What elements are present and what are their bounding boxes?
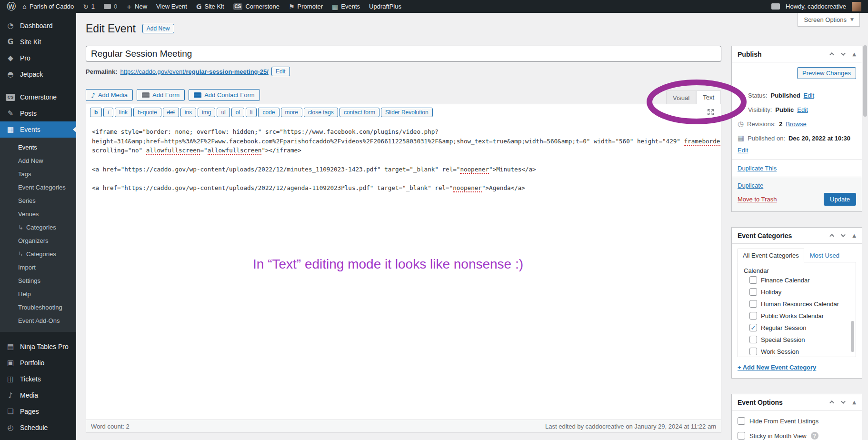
event-title-input[interactable] xyxy=(86,46,721,62)
submenu-item-organizers[interactable]: Organizers xyxy=(0,234,76,247)
edit-permalink-button[interactable]: Edit xyxy=(271,67,290,76)
quicktag-slider-revolution-button[interactable]: Slider Revolution xyxy=(381,108,433,117)
quicktag-close-tags-button[interactable]: close tags xyxy=(304,108,338,117)
duplicate-link[interactable]: Duplicate xyxy=(738,182,763,189)
tab-text[interactable]: Text xyxy=(696,90,721,104)
preview-changes-button[interactable]: Preview Changes xyxy=(797,67,856,79)
submenu-item-settings[interactable]: Settings xyxy=(0,274,76,287)
quicktag-link-button[interactable]: link xyxy=(115,108,132,117)
checkbox-regular-session[interactable] xyxy=(749,324,757,331)
submenu-item-tags[interactable]: Tags xyxy=(0,167,76,180)
admin-bar-promoter[interactable]: ⚑ Promoter xyxy=(289,3,323,10)
submenu-item-categories[interactable]: ↳Categories xyxy=(0,247,76,260)
move-down-icon[interactable] xyxy=(841,399,846,404)
quicktag-more-button[interactable]: more xyxy=(281,108,302,117)
move-down-icon[interactable] xyxy=(841,51,846,56)
sidebar-item-events[interactable]: ▦Events xyxy=(0,121,76,138)
admin-bar-updraftplus[interactable]: UpdraftPlus xyxy=(369,3,401,10)
move-up-icon[interactable] xyxy=(829,52,834,57)
move-up-icon[interactable] xyxy=(829,234,834,239)
checkbox-special-session[interactable] xyxy=(749,336,757,343)
sidebar-item-cornerstone[interactable]: CSCornerstone xyxy=(0,89,76,105)
add-media-button[interactable]: ♪ Add Media xyxy=(86,89,133,101)
howdy-label[interactable]: Howdy, caddocreative xyxy=(786,3,846,10)
quicktag-contact-form-button[interactable]: contact form xyxy=(339,108,379,117)
quicktag-li-button[interactable]: li xyxy=(246,108,257,117)
help-icon[interactable]: ? xyxy=(811,432,818,440)
update-button[interactable]: Update xyxy=(824,193,856,206)
admin-bar-view-event[interactable]: View Event xyxy=(156,3,187,10)
collapse-panel-icon[interactable]: ▲ xyxy=(852,400,856,405)
edit-published-link[interactable]: Edit xyxy=(738,146,748,155)
admin-bar-site-name[interactable]: ⌂ Parish of Caddo xyxy=(22,3,74,10)
user-avatar[interactable] xyxy=(852,2,861,11)
submenu-item-troubleshooting[interactable]: Troubleshooting xyxy=(0,300,76,314)
tab-visual[interactable]: Visual xyxy=(666,90,696,104)
submenu-item-help[interactable]: Help xyxy=(0,287,76,300)
admin-bar-events[interactable]: ▦ Events xyxy=(332,3,360,10)
tab-all-event-categories[interactable]: All Event Categories xyxy=(738,249,804,262)
checkbox-finance-calendar[interactable] xyxy=(749,276,757,284)
duplicate-this-link[interactable]: Duplicate This xyxy=(738,165,777,172)
quicktag-b-button[interactable]: b xyxy=(90,108,102,117)
move-down-icon[interactable] xyxy=(841,232,846,237)
notifications-bubble-icon[interactable] xyxy=(771,3,780,10)
submenu-item-add-new[interactable]: Add New xyxy=(0,154,76,167)
collapse-panel-icon[interactable]: ▲ xyxy=(852,233,856,238)
wordpress-logo-icon[interactable]: Ⓦ xyxy=(7,0,16,13)
quicktag-del-button[interactable]: del xyxy=(163,108,179,117)
text-editor-textarea[interactable]: <iframe style="border: none; overflow: h… xyxy=(86,120,721,420)
admin-bar-comments[interactable]: 0 xyxy=(104,3,117,10)
add-new-button[interactable]: Add New xyxy=(142,24,174,33)
fullscreen-icon[interactable] xyxy=(707,109,714,118)
submenu-item-categories[interactable]: ↳Categories xyxy=(0,220,76,234)
admin-bar-updates[interactable]: ↻ 1 xyxy=(83,3,95,10)
sidebar-item-ninja-tables-pro[interactable]: ▤Ninja Tables Pro xyxy=(0,339,76,355)
permalink-link[interactable]: https://caddo.gov/event/regular-session-… xyxy=(120,68,268,75)
checkbox-holiday[interactable] xyxy=(749,288,757,296)
checkbox-hide-from-event-listings[interactable] xyxy=(738,417,745,425)
admin-bar-cornerstone[interactable]: CS Cornerstone xyxy=(233,3,279,10)
browse-revisions-link[interactable]: Browse xyxy=(786,120,806,129)
checkbox-human-resources-calendar[interactable] xyxy=(749,300,757,308)
submenu-item-import[interactable]: Import xyxy=(0,260,76,274)
add-form-button[interactable]: Add Form xyxy=(137,89,185,101)
quicktag-i-button[interactable]: i xyxy=(103,108,113,117)
sidebar-item-dashboard[interactable]: ◔Dashboard xyxy=(0,18,76,34)
admin-bar-site-kit[interactable]: G Site Kit xyxy=(196,3,224,10)
submenu-item-events[interactable]: Events xyxy=(0,140,76,154)
quicktag-ins-button[interactable]: ins xyxy=(180,108,196,117)
sidebar-item-jetpack[interactable]: ◓Jetpack xyxy=(0,66,76,82)
quicktag-img-button[interactable]: img xyxy=(198,108,215,117)
submenu-item-event-categories[interactable]: Event Categories xyxy=(0,180,76,194)
quicktag-ol-button[interactable]: ol xyxy=(231,108,244,117)
tab-most-used[interactable]: Most Used xyxy=(804,249,845,262)
screen-options-toggle[interactable]: Screen Options ▼ xyxy=(798,13,860,27)
category-list-scrollbar[interactable] xyxy=(851,321,854,352)
submenu-item-series[interactable]: Series xyxy=(0,194,76,207)
move-to-trash-link[interactable]: Move to Trash xyxy=(738,196,777,203)
quicktag-b-quote-button[interactable]: b-quote xyxy=(133,108,161,117)
checkbox-sticky-in-month-view[interactable] xyxy=(738,432,745,440)
submenu-item-venues[interactable]: Venues xyxy=(0,207,76,220)
submenu-item-event-add-ons[interactable]: Event Add-Ons xyxy=(0,314,76,327)
page-scrollbar[interactable] xyxy=(863,45,867,117)
sidebar-item-media[interactable]: ♪Media xyxy=(0,387,76,403)
sidebar-item-portfolio[interactable]: ▣Portfolio xyxy=(0,355,76,371)
sidebar-item-pages[interactable]: ❏Pages xyxy=(0,403,76,420)
quicktag-ul-button[interactable]: ul xyxy=(217,108,229,117)
sidebar-item-schedule[interactable]: ◴Schedule xyxy=(0,420,76,436)
sidebar-item-site-kit[interactable]: GSite Kit xyxy=(0,34,76,50)
edit-visibility-link[interactable]: Edit xyxy=(797,106,808,114)
quicktag-code-button[interactable]: code xyxy=(258,108,279,117)
edit-status-link[interactable]: Edit xyxy=(804,91,814,100)
sidebar-item-posts[interactable]: ✎Posts xyxy=(0,105,76,121)
sidebar-item-comments[interactable]: Comments xyxy=(0,436,76,440)
move-up-icon[interactable] xyxy=(829,400,834,405)
add-new-event-category-link[interactable]: + Add New Event Category xyxy=(738,364,816,371)
sidebar-item-tickets[interactable]: ◫Tickets xyxy=(0,371,76,387)
admin-bar-new[interactable]: + New xyxy=(126,3,147,10)
checkbox-public-works-calendar[interactable] xyxy=(749,312,757,320)
add-contact-form-button[interactable]: Add Contact Form xyxy=(189,89,260,101)
checkbox-work-session[interactable] xyxy=(749,348,757,355)
